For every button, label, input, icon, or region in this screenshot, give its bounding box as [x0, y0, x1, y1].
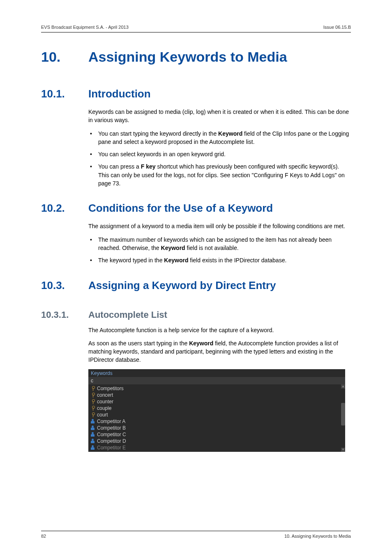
scroll-up-icon[interactable]: ▲: [341, 384, 345, 388]
list-item[interactable]: Competitor C: [88, 431, 345, 438]
list-item-label: Competitor D: [97, 438, 126, 444]
footer-title: 10. Assigning Keywords to Media: [284, 534, 351, 539]
page-number: 82: [41, 534, 46, 539]
key-icon: [91, 406, 95, 411]
list-item-label: court: [97, 412, 108, 418]
list-item-label: counter: [97, 399, 113, 405]
heading-10-3-1-num: 10.3.1.: [41, 310, 88, 320]
keywords-suggestion-list: ▲ ▼ Competitorsconcertcountercouplecourt…: [88, 384, 345, 452]
heading-10-3-num: 10.3.: [41, 279, 88, 292]
para: The assignment of a keyword to a media i…: [88, 222, 351, 230]
para: Keywords can be assigned to media (clip,…: [88, 108, 351, 125]
list-item-label: Competitor E: [97, 445, 126, 451]
list-item: You can press a F key shortcut which has…: [88, 162, 351, 187]
key-icon: [91, 386, 95, 391]
list-item-label: couple: [97, 405, 111, 411]
page-footer: 82 10. Assigning Keywords to Media: [41, 531, 351, 539]
list-item-label: Competitor B: [97, 425, 126, 431]
heading-chapter-num: 10.: [41, 49, 88, 65]
key-icon: [91, 399, 95, 404]
key-icon: [91, 412, 95, 417]
list-item: You can select keywords in an open keywo…: [88, 150, 351, 158]
bullet-list: You can start typing the keyword directl…: [88, 130, 351, 188]
list-item[interactable]: couple: [88, 405, 345, 412]
person-icon: [91, 439, 95, 444]
list-item-label: Competitor C: [97, 432, 126, 437]
heading-10-1: 10.1. Introduction: [41, 88, 351, 100]
section-10-1-body: Keywords can be assigned to media (clip,…: [88, 108, 351, 192]
heading-10-3-title: Assigning a Keyword by Direct Entry: [88, 279, 276, 292]
keywords-label: Keywords: [88, 369, 345, 377]
para: The Autocomplete function is a help serv…: [88, 326, 351, 334]
list-item[interactable]: Competitors: [88, 385, 345, 392]
section-10-2-body: The assignment of a keyword to a media i…: [88, 222, 351, 268]
list-item[interactable]: counter: [88, 398, 345, 405]
heading-10-3-1-title: Autocomplete List: [88, 310, 167, 320]
list-item[interactable]: concert: [88, 392, 345, 398]
list-item[interactable]: court: [88, 412, 345, 418]
heading-10-1-title: Introduction: [88, 88, 151, 100]
para: As soon as the users start typing in the…: [88, 339, 351, 364]
header-left: EVS Broadcast Equipment S.A. - April 201…: [41, 25, 129, 30]
heading-10-3: 10.3. Assigning a Keyword by Direct Entr…: [41, 279, 351, 292]
scroll-down-icon[interactable]: ▼: [341, 448, 345, 452]
heading-chapter: 10. Assigning Keywords to Media: [41, 49, 351, 65]
key-icon: [91, 393, 95, 398]
scroll-thumb[interactable]: [341, 403, 345, 426]
list-item: You can start typing the keyword directl…: [88, 130, 351, 146]
bullet-list: The maximum number of keywords which can…: [88, 236, 351, 265]
list-item: The keyword typed in the Keyword field e…: [88, 256, 351, 264]
person-icon: [91, 445, 95, 450]
header-right: Issue 06.15.B: [323, 25, 351, 30]
section-10-3-1-body: The Autocomplete function is a help serv…: [88, 326, 351, 369]
heading-10-2-num: 10.2.: [41, 202, 88, 215]
page-header: EVS Broadcast Equipment S.A. - April 201…: [41, 25, 351, 32]
list-item[interactable]: Competitor B: [88, 425, 345, 431]
heading-10-2-title: Conditions for the Use of a Keyword: [88, 202, 273, 215]
list-item-label: concert: [97, 392, 113, 398]
heading-10-3-1: 10.3.1. Autocomplete List: [41, 310, 351, 320]
person-icon: [91, 426, 95, 430]
heading-10-1-num: 10.1.: [41, 88, 88, 100]
heading-chapter-title: Assigning Keywords to Media: [88, 49, 287, 65]
list-item-label: Competitor A: [97, 419, 125, 424]
list-item[interactable]: Competitor D: [88, 438, 345, 444]
list-item[interactable]: Competitor E: [88, 444, 345, 451]
keywords-input[interactable]: c: [88, 377, 345, 384]
keywords-autocomplete-panel: Keywords c ▲ ▼ Competitorsconcertcounter…: [88, 369, 345, 452]
list-item-label: Competitors: [97, 386, 124, 391]
heading-10-2: 10.2. Conditions for the Use of a Keywor…: [41, 202, 351, 215]
list-item: The maximum number of keywords which can…: [88, 236, 351, 252]
list-item[interactable]: Competitor A: [88, 418, 345, 425]
scrollbar[interactable]: ▲ ▼: [341, 384, 345, 452]
person-icon: [91, 432, 95, 437]
person-icon: [91, 419, 95, 424]
